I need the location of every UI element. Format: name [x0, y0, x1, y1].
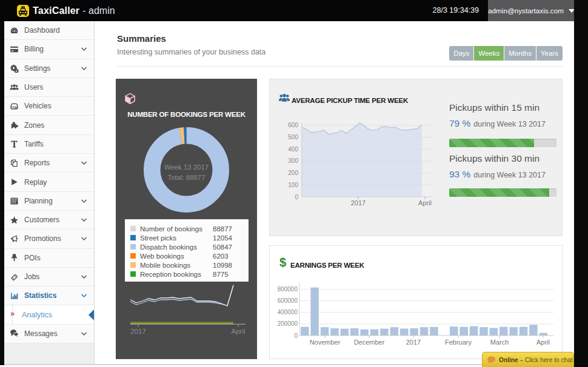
sidebar-item-dashboard[interactable]: Dashboard: [4, 21, 94, 40]
legend-swatch: [130, 226, 136, 231]
sidebar-item-label: Customers: [24, 216, 59, 224]
chevron-down-icon: [81, 274, 87, 279]
pickup-time-chart[interactable]: 01002003004005006002017April: [276, 112, 439, 209]
progress-fill: [449, 188, 549, 197]
legend-value: 12054: [213, 234, 232, 243]
sidebar-item-label: Settings: [24, 64, 50, 73]
tariffs-icon: [10, 139, 19, 148]
topbar-datetime: 28/3 19:34:39: [433, 0, 479, 21]
legend-label: Reception bookings: [140, 270, 201, 279]
chevron-down-icon: [81, 217, 87, 222]
donut-center-label: Week 13 2017 Total: 88877: [116, 162, 257, 183]
metric-caption: during Week 13 2017: [473, 120, 546, 128]
customers-icon: [10, 216, 19, 225]
metric-value: 79 %during Week 13 2017: [449, 118, 557, 129]
progress-track: [449, 139, 556, 147]
sidebar-item-reports[interactable]: Reports: [4, 154, 94, 173]
sidebar-item-tariffs[interactable]: Tariffs: [4, 135, 94, 154]
svg-text:200000: 200000: [278, 320, 298, 327]
legend-value: 88877: [213, 225, 232, 234]
range-button-days[interactable]: Days: [449, 46, 473, 61]
chat-status: Online: [499, 357, 518, 363]
sidebar-item-pois[interactable]: POIs: [4, 249, 94, 268]
legend-label: Dispatch bookings: [140, 243, 197, 252]
sidebar-item-label: Vehicles: [24, 102, 52, 110]
svg-text:November: November: [310, 339, 341, 346]
sidebar-item-label: Messages: [24, 329, 58, 338]
svg-text:December: December: [354, 339, 385, 346]
chat-separator: –: [520, 357, 524, 363]
sidebar-item-users[interactable]: Users: [4, 78, 94, 97]
settings-icon: [10, 64, 19, 73]
legend-swatch: [130, 253, 136, 259]
sidebar-item-label: Billing: [24, 45, 44, 53]
vehicles-icon: [10, 102, 19, 111]
legend-label: Number of bookings: [140, 225, 202, 234]
legend-value: 8775: [213, 270, 229, 279]
svg-text:500: 500: [288, 134, 298, 141]
sidebar-item-label: Replay: [24, 178, 47, 187]
sidebar-item-messages[interactable]: Messages: [4, 325, 94, 343]
pois-icon: [10, 253, 19, 262]
sidebar-item-settings[interactable]: Settings: [4, 59, 94, 78]
sidebar-item-label: POIs: [24, 254, 41, 262]
sidebar-item-planning[interactable]: Planning: [4, 192, 94, 211]
legend-label: Street picks: [140, 234, 176, 243]
bookings-trend-chart[interactable]: 2017April: [121, 282, 252, 339]
svg-text:200: 200: [288, 170, 298, 176]
range-button-weeks[interactable]: Weeks: [474, 46, 504, 61]
billing-icon: [10, 45, 19, 54]
sidebar-item-jobs[interactable]: Jobs: [4, 268, 94, 286]
earnings-chart[interactable]: 0200000400000600000800000NovemberDecembe…: [275, 282, 560, 358]
left-gutter: [0, 21, 4, 365]
legend-row: Number of bookings88877: [130, 224, 249, 233]
main-content: Summaries Interesting summaries of your …: [95, 21, 574, 364]
chevron-down-icon: [81, 199, 87, 203]
sidebar-item-label: Tariffs: [24, 140, 44, 148]
brand[interactable]: TaxiCaller - admin: [17, 0, 115, 21]
user-menu[interactable]: admin@nystartaxis.com: [488, 0, 575, 21]
sidebar-item-promotions[interactable]: Promotions: [4, 230, 94, 248]
svg-text:400000: 400000: [278, 309, 298, 316]
legend-row: Street picks12054: [130, 233, 249, 242]
replay-icon: [10, 177, 19, 187]
messages-icon: [10, 329, 19, 338]
sidebar-item-label: Promotions: [24, 234, 61, 243]
jobs-icon: [10, 273, 19, 282]
legend-value: 6203: [213, 252, 229, 261]
range-button-months[interactable]: Months: [504, 46, 536, 61]
metric-title: Pickups within 15 min: [449, 102, 557, 113]
legend-swatch: [130, 262, 136, 268]
legend-row: Web bookings6203: [130, 251, 249, 260]
sidebar: DashboardBillingSettingsUsersVehiclesZon…: [4, 21, 95, 364]
chat-cta: Click here to chat: [525, 357, 573, 363]
metric-caption: during Week 13 2017: [473, 171, 546, 179]
donut-center-line2: Total: 88877: [116, 173, 257, 183]
zones-icon: [10, 121, 19, 130]
page-subtitle: Interesting summaries of your business d…: [117, 48, 266, 56]
chat-widget[interactable]: Online – Click here to chat: [482, 352, 574, 367]
sidebar-item-statistics[interactable]: Statistics: [4, 286, 94, 305]
chevron-down-icon: [81, 47, 87, 51]
sidebar-item-vehicles[interactable]: Vehicles: [4, 97, 94, 116]
sidebar-item-customers[interactable]: Customers: [4, 211, 94, 230]
sidebar-item-label: Reports: [24, 159, 50, 167]
legend-swatch: [130, 235, 136, 240]
legend-value: 10998: [213, 261, 232, 270]
sidebar-item-zones[interactable]: Zones: [4, 116, 94, 134]
svg-text:800000: 800000: [278, 286, 298, 293]
users-icon: [10, 83, 19, 92]
sidebar-item-replay[interactable]: Replay: [4, 173, 94, 191]
svg-text:600: 600: [288, 122, 298, 128]
metric-value: 93 %during Week 13 2017: [449, 169, 557, 180]
user-email: admin@nystartaxis.com: [488, 7, 564, 15]
legend-label: Web bookings: [140, 252, 184, 261]
progress-fill: [449, 139, 534, 147]
metric-title: Pickups within 30 min: [449, 153, 557, 164]
sidebar-item-analytics[interactable]: »Analytics: [4, 305, 94, 324]
legend-label: Mobile bookings: [140, 261, 190, 270]
range-button-years[interactable]: Years: [536, 46, 563, 61]
sidebar-item-billing[interactable]: Billing: [4, 40, 94, 59]
legend-value: 50847: [213, 243, 232, 252]
chevron-down-icon: [81, 331, 87, 336]
